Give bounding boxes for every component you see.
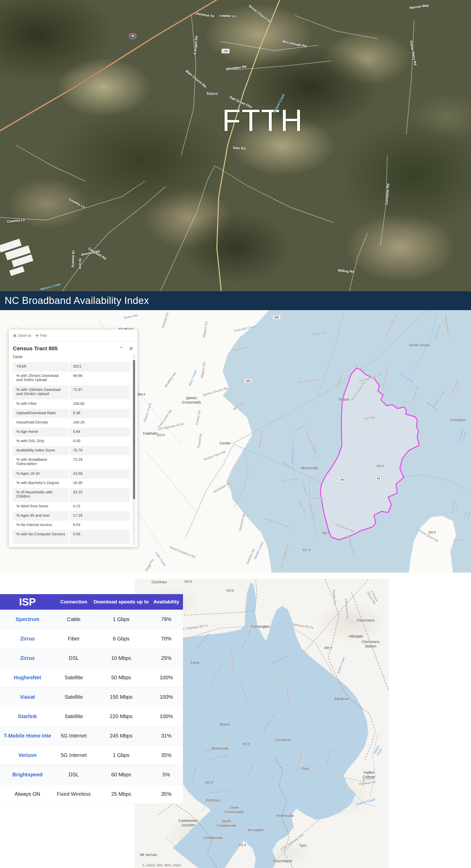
isp-name-link: Always ON bbox=[0, 791, 55, 797]
pan-label: Pan bbox=[40, 334, 47, 338]
isp-name-link[interactable]: Verizon bbox=[0, 752, 55, 758]
attribute-label: YEAR bbox=[13, 362, 68, 371]
attribute-label: % with Bachelor's Degree bbox=[13, 479, 68, 488]
banner-title: NC Broadband Availability Index bbox=[5, 295, 149, 306]
isp-availability: 70% bbox=[150, 636, 183, 642]
attribute-label: % of Households with Children bbox=[13, 488, 68, 502]
attribute-value: 4.15 bbox=[69, 502, 130, 511]
pan-button[interactable]: ✛ Pan bbox=[35, 333, 47, 338]
attribute-value: 5.06 bbox=[69, 530, 130, 544]
isp-name-link[interactable]: Spectrum bbox=[0, 616, 55, 622]
isp-row: ZirrusFiber6 Gbps70% bbox=[0, 629, 183, 649]
isp-speed: 1 Gbps bbox=[93, 616, 150, 622]
popup-toolbar: ⊕ Zoom to ✛ Pan bbox=[9, 330, 137, 342]
isp-speed: 10 Mbps bbox=[93, 655, 150, 661]
isp-name-link[interactable]: HughesNet bbox=[0, 675, 55, 681]
attribute-value: 33.10 bbox=[69, 488, 130, 502]
isp-availability: 25% bbox=[150, 655, 183, 661]
isp-table: ISP Connection Download speeds up to Ava… bbox=[0, 594, 183, 804]
popup-attribute-row: % with Broadband Subscription73.29 bbox=[13, 455, 130, 469]
attribute-value: 73.29 bbox=[69, 455, 130, 469]
isp-speed: 1 Gbps bbox=[93, 752, 150, 758]
feature-popup: ⊕ Zoom to ✛ Pan Census Tract 805 ⌃ ✕ Dav… bbox=[8, 329, 138, 547]
isp-header-availability: Availability bbox=[150, 599, 183, 605]
isp-availability: 35% bbox=[150, 752, 183, 758]
attribute-value: 99.66 bbox=[69, 371, 130, 385]
attribute-value: 24.58 bbox=[69, 469, 130, 479]
attribute-value: 0.00 bbox=[69, 437, 130, 446]
collapse-icon[interactable]: ⌃ bbox=[119, 346, 123, 351]
attribute-value: 5.84 bbox=[69, 427, 130, 437]
attribute-label: % with No Computer Devices bbox=[13, 530, 68, 544]
attribute-label: % with 25mb/s Download and 3mb/s Upload bbox=[13, 371, 68, 385]
close-icon[interactable]: ✕ bbox=[129, 346, 133, 351]
isp-row: SpectrumCable1 Gbps79% bbox=[0, 610, 183, 629]
popup-scrollbar[interactable] bbox=[132, 354, 135, 545]
isp-availability: 35% bbox=[150, 791, 183, 797]
attribute-label: Upload/Download Ratio bbox=[13, 409, 68, 418]
isp-availability: 79% bbox=[150, 616, 183, 622]
popup-attribute-row: % of Households with Children33.10 bbox=[13, 488, 130, 502]
popup-attribute-row: Availability Index Score70.76 bbox=[13, 446, 130, 455]
isp-row: Always ONFixed Wireless25 Mbps35% bbox=[0, 784, 183, 804]
isp-speed: 25 Mbps bbox=[93, 791, 150, 797]
section-divider bbox=[0, 572, 471, 579]
isp-speed: 6 Gbps bbox=[93, 636, 150, 642]
attribute-label: % Age Home bbox=[13, 427, 68, 437]
popup-attribute-row: % with No Computer Devices5.06 bbox=[13, 530, 130, 544]
isp-availability: 100% bbox=[150, 694, 183, 700]
isp-name-link[interactable]: Starlink bbox=[0, 713, 55, 719]
isp-table-header: ISP Connection Download speeds up to Ava… bbox=[0, 594, 183, 610]
attribute-value: 100.00 bbox=[69, 399, 130, 409]
attribute-label: % No Internet Access bbox=[13, 521, 68, 530]
pan-icon: ✛ bbox=[35, 333, 39, 338]
isp-availability: 5% bbox=[150, 772, 183, 778]
isp-row: ZirrusDSL10 Mbps25% bbox=[0, 649, 183, 668]
isp-name-link[interactable]: Zirrus bbox=[0, 636, 55, 642]
isp-name-link[interactable]: T-Mobile Home Inte bbox=[0, 733, 55, 739]
popup-attribute-row: % Work from home4.15 bbox=[13, 502, 130, 511]
page-banner: NC Broadband Availability Index bbox=[0, 291, 471, 310]
popup-scrollbar-thumb[interactable] bbox=[133, 360, 135, 499]
isp-speed: 50 Mbps bbox=[93, 675, 150, 681]
attribute-value: 72.97 bbox=[69, 385, 130, 399]
isp-connection: DSL bbox=[55, 772, 93, 778]
popup-attribute-row: % Age Home5.84 bbox=[13, 427, 130, 437]
isp-connection: DSL bbox=[55, 655, 93, 661]
attribute-label: % with Broadband Subscription bbox=[13, 455, 68, 469]
attribute-value: 8.53 bbox=[69, 521, 130, 530]
popup-attribute-row: % with DSL Only0.00 bbox=[13, 437, 130, 446]
isp-connection: Fiber bbox=[55, 636, 93, 642]
attribute-value: 70.76 bbox=[69, 446, 130, 455]
popup-attribute-row: % with 25mb/s Download and 3mb/s Upload9… bbox=[13, 371, 130, 385]
isp-header-title: ISP bbox=[0, 596, 55, 608]
attribute-label: Availability Index Score bbox=[13, 446, 68, 455]
isp-name-link[interactable]: Brightspeed bbox=[0, 772, 55, 778]
popup-attribute-row: % with 100mb/s Download and 20mb/s Uploa… bbox=[13, 385, 130, 399]
attribute-label: % Ages 18-34 bbox=[13, 469, 68, 479]
isp-row: Verizon5G Internet1 Gbps35% bbox=[0, 746, 183, 765]
attribute-value: 0.38 bbox=[69, 409, 130, 418]
isp-connection: 5G Internet bbox=[55, 733, 93, 739]
isp-availability: 100% bbox=[150, 713, 183, 719]
popup-attribute-row: Household Density140.20 bbox=[13, 418, 130, 427]
isp-connection: Fixed Wireless bbox=[55, 791, 93, 797]
attribute-label: % with Fiber bbox=[13, 399, 68, 409]
isp-row: T-Mobile Home Inte5G Internet245 Mbps31% bbox=[0, 726, 183, 746]
popup-attribute-row: YEAR2021 bbox=[13, 362, 130, 371]
isp-speed: 60 Mbps bbox=[93, 772, 150, 778]
ftth-overlay-text: FTTH bbox=[222, 103, 303, 138]
popup-attribute-row: % with Fiber100.00 bbox=[13, 399, 130, 409]
attribute-label: % with DSL Only bbox=[13, 437, 68, 446]
zoom-to-button[interactable]: ⊕ Zoom to bbox=[13, 333, 31, 338]
isp-name-link[interactable]: Zirrus bbox=[0, 655, 55, 661]
attribute-label: % Ages 65 and over bbox=[13, 511, 68, 521]
attribute-value: 16.95 bbox=[69, 479, 130, 488]
isp-name-link[interactable]: Viasat bbox=[0, 694, 55, 700]
isp-connection: Satellite bbox=[55, 713, 93, 719]
popup-attribute-row: % No Internet Access8.53 bbox=[13, 521, 130, 530]
isp-header-connection: Connection bbox=[55, 599, 93, 605]
isp-speed: 245 Mbps bbox=[93, 733, 150, 739]
aerial-map[interactable]: FTTH Narrow WayChestnut TrlLowder LnMcCu… bbox=[0, 0, 471, 291]
popup-attribute-row: % Ages 18-3424.58 bbox=[13, 469, 130, 479]
